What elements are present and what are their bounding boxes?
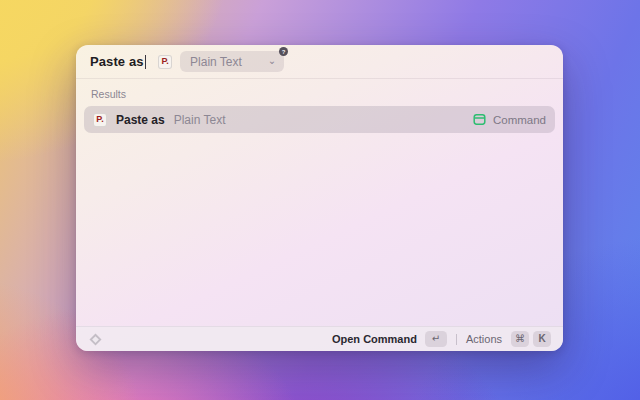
k-key-icon: K bbox=[533, 331, 551, 347]
text-cursor bbox=[145, 55, 147, 69]
footer-action-bar: Open Command ↵ Actions ⌘ K bbox=[76, 326, 563, 351]
result-subtitle: Plain Text bbox=[174, 113, 226, 127]
argument-dropdown-value: Plain Text bbox=[190, 55, 268, 69]
chevron-down-icon: ⌄ bbox=[268, 56, 276, 66]
command-window-icon bbox=[473, 113, 486, 126]
argument-dropdown[interactable]: Plain Text ⌄ ? bbox=[180, 51, 284, 72]
result-title: Paste as bbox=[116, 113, 165, 127]
results-section-label: Results bbox=[76, 79, 563, 106]
result-row-paste-as-plain-text[interactable]: P. Paste as Plain Text Command bbox=[84, 106, 555, 133]
paste-as-plain-text-icon: P. bbox=[158, 55, 172, 69]
search-header: Paste as P. Plain Text ⌄ ? bbox=[76, 45, 563, 78]
paste-as-plain-text-icon: P. bbox=[93, 113, 107, 127]
cmd-key-icon: ⌘ bbox=[511, 331, 529, 347]
return-key-icon: ↵ bbox=[425, 331, 447, 347]
open-command-button[interactable]: Open Command bbox=[332, 333, 417, 345]
search-input[interactable]: Paste as bbox=[90, 54, 144, 69]
result-type-badge: Command bbox=[493, 114, 546, 126]
actions-button[interactable]: Actions bbox=[466, 333, 502, 345]
launcher-window: Paste as P. Plain Text ⌄ ? Results P. Pa… bbox=[76, 45, 563, 351]
argument-help-badge: ? bbox=[279, 47, 288, 56]
raycast-logo-icon bbox=[88, 332, 103, 347]
results-empty-area bbox=[76, 133, 563, 326]
footer-divider bbox=[456, 334, 457, 345]
